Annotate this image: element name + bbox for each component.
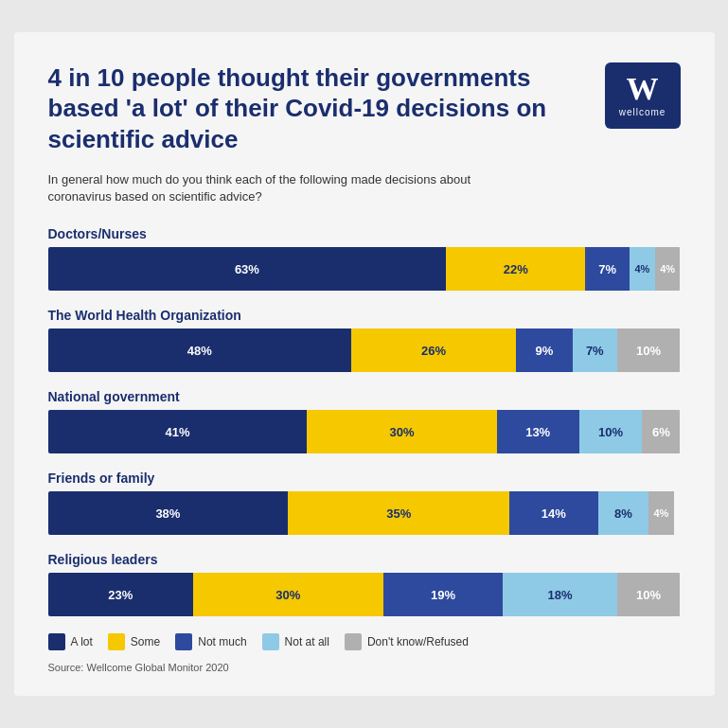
legend-swatch-some (108, 633, 125, 650)
bar-segment: 9% (516, 328, 573, 372)
legend-label-notatall: Not at all (285, 635, 329, 648)
source-text: Source: Wellcome Global Monitor 2020 (48, 662, 681, 673)
subtitle: In general how much do you think each of… (48, 171, 522, 205)
bar-segment: 19% (383, 573, 504, 616)
chart-section: National government41%30%13%10%6% (48, 389, 681, 453)
bar-segment: 14% (509, 491, 598, 535)
chart-label: Religious leaders (48, 552, 681, 567)
chart-label: Friends or family (48, 471, 681, 486)
bar-row: 23%30%19%18%10% (48, 573, 681, 616)
legend: A lotSomeNot muchNot at allDon't know/Re… (48, 633, 681, 650)
chart-section: Religious leaders23%30%19%18%10% (48, 552, 681, 616)
bar-segment: 4% (630, 247, 655, 291)
chart-label: Doctors/Nurses (48, 226, 681, 241)
header-row: 4 in 10 people thought their governments… (48, 62, 681, 155)
chart-label: National government (48, 389, 681, 404)
legend-swatch-dontknow (345, 633, 362, 650)
legend-label-alot: A lot (71, 635, 93, 648)
logo-w-letter: W (627, 73, 659, 105)
legend-swatch-notmuch (175, 633, 192, 650)
bar-segment: 4% (648, 491, 674, 535)
main-card: 4 in 10 people thought their governments… (14, 32, 715, 697)
bar-row: 63%22%7%4%4% (48, 247, 681, 291)
bar-segment: 6% (642, 410, 680, 453)
chart-label: The World Health Organization (48, 308, 681, 323)
legend-label-notmuch: Not much (198, 635, 246, 648)
bar-segment: 18% (503, 573, 616, 616)
bar-segment: 7% (585, 247, 630, 291)
wellcome-logo: W wellcome (605, 62, 681, 129)
bar-segment: 13% (497, 410, 579, 453)
bar-segment: 30% (193, 573, 382, 616)
bar-segment: 4% (655, 247, 681, 291)
chart-section: The World Health Organization48%26%9%7%1… (48, 308, 681, 372)
bar-segment: 30% (307, 410, 496, 453)
bar-segment: 7% (573, 328, 617, 372)
bar-segment: 23% (48, 573, 194, 616)
chart-section: Friends or family38%35%14%8%4% (48, 471, 681, 535)
bar-segment: 41% (48, 410, 308, 453)
bar-segment: 63% (48, 247, 447, 291)
main-title: 4 in 10 people thought their governments… (48, 62, 578, 155)
bar-segment: 26% (351, 328, 516, 372)
bar-segment: 48% (48, 328, 352, 372)
legend-swatch-notatall (262, 633, 279, 650)
bar-segment: 35% (288, 491, 509, 535)
legend-item-dontknow: Don't know/Refused (345, 633, 469, 650)
bar-segment: 10% (579, 410, 643, 453)
bar-row: 48%26%9%7%10% (48, 328, 681, 372)
legend-swatch-alot (48, 633, 65, 650)
legend-item-some: Some (108, 633, 160, 650)
legend-item-notmuch: Not much (175, 633, 246, 650)
bar-row: 38%35%14%8%4% (48, 491, 681, 535)
logo-text: wellcome (619, 107, 666, 117)
bar-segment: 10% (617, 328, 681, 372)
legend-label-some: Some (131, 635, 160, 648)
chart-section: Doctors/Nurses63%22%7%4%4% (48, 226, 681, 291)
bar-segment: 8% (598, 491, 648, 535)
bar-segment: 10% (617, 573, 681, 616)
bar-segment: 38% (48, 491, 289, 535)
bar-segment: 22% (446, 247, 585, 291)
legend-label-dontknow: Don't know/Refused (367, 635, 469, 648)
legend-item-alot: A lot (48, 633, 93, 650)
bar-row: 41%30%13%10%6% (48, 410, 681, 453)
legend-item-notatall: Not at all (262, 633, 329, 650)
charts-container: Doctors/Nurses63%22%7%4%4%The World Heal… (48, 226, 681, 616)
